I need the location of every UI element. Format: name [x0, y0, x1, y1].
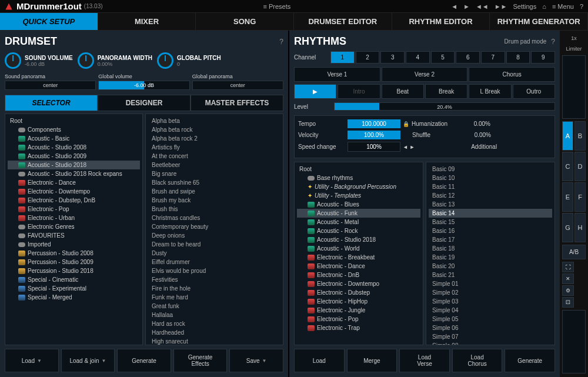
channel-5[interactable]: 5	[431, 51, 455, 64]
preset-slot-d[interactable]: D	[574, 152, 586, 181]
rhythm-item[interactable]: Simple 01	[429, 279, 552, 288]
preset-slot-c[interactable]: C	[562, 152, 573, 181]
preset-item[interactable]: Hard as rock	[148, 319, 280, 328]
additional-button[interactable]: Additional	[417, 144, 551, 150]
main-tab-song[interactable]: SONG	[196, 13, 294, 30]
preset-item[interactable]: Hardheaded	[148, 328, 280, 337]
nav-back-icon[interactable]: ◄	[451, 3, 457, 10]
rhythm-item[interactable]: Basic 12	[429, 191, 552, 200]
preset-slot-f[interactable]: F	[574, 182, 586, 212]
rhythm-item[interactable]: Basic 20	[429, 262, 552, 271]
tempo-lock-icon[interactable]: 🔒	[403, 121, 409, 127]
rhythm-load-button[interactable]: Load	[294, 349, 345, 372]
shuffle-value[interactable]: 0.00%	[462, 132, 491, 138]
section-break[interactable]: Break	[425, 84, 467, 99]
side-expand-icon[interactable]: ⛶	[562, 262, 574, 272]
velocity-value[interactable]: 100.0%	[348, 131, 400, 139]
main-tab-drumset-editor[interactable]: DRUMSET EDITOR	[294, 13, 392, 30]
nav-next-icon[interactable]: ►►	[495, 3, 507, 10]
preset-slot-h[interactable]: H	[574, 213, 586, 242]
preset-item[interactable]: Brush and swipe	[148, 187, 280, 196]
preset-item[interactable]: Alpha beta	[148, 116, 280, 125]
preset-item[interactable]: Elvis would be proud	[148, 266, 280, 275]
channel-7[interactable]: 7	[481, 51, 505, 64]
presets-menu[interactable]: ≡ Presets	[103, 3, 452, 10]
rhythm-item[interactable]: Basic 09	[429, 165, 552, 174]
tree-item[interactable]: Electronic - HipHop	[297, 297, 420, 306]
preset-item[interactable]: Big snare	[148, 169, 280, 178]
tempo-value[interactable]: 100.0000	[348, 119, 400, 128]
channel-6[interactable]: 6	[456, 51, 480, 64]
home-icon[interactable]: ⌂	[542, 3, 546, 10]
preset-item[interactable]: Festivities	[148, 275, 280, 284]
channel-2[interactable]: 2	[356, 51, 380, 64]
preset-slot-e[interactable]: E	[562, 182, 573, 212]
rhythm-list[interactable]: Basic 09Basic 10Basic 11Basic 12Basic 13…	[426, 162, 555, 345]
tree-item[interactable]: Acoustic - Studio 2009	[8, 152, 140, 161]
subtab-master-effects[interactable]: MASTER EFFECTS	[191, 95, 283, 111]
tree-item[interactable]: Acoustic - Metal	[297, 218, 420, 226]
tree-item[interactable]: Electronic - DnB	[297, 271, 420, 279]
rhythm-item[interactable]: Basic 13	[429, 200, 552, 209]
preset-item[interactable]: Deep onions	[148, 231, 280, 240]
rhythms-help-icon[interactable]: ?	[551, 38, 555, 46]
load-verse-button[interactable]: Load Verse	[399, 349, 450, 372]
tree-item[interactable]: Electronic - Downtempo	[297, 279, 420, 288]
channel-9[interactable]: 9	[531, 51, 555, 64]
preset-item[interactable]: Brush this	[148, 205, 280, 213]
tree-item[interactable]: Imported	[8, 240, 140, 249]
drum-pad-mode[interactable]: Drum pad mode	[505, 38, 547, 45]
preset-item[interactable]: High snarecut	[148, 337, 280, 345]
section-intro[interactable]: Intro	[338, 84, 380, 99]
preset-item[interactable]: Black sunshine 65	[148, 178, 280, 187]
rhythm-generate-button[interactable]: Generate	[505, 349, 555, 372]
preset-item[interactable]: Funk me hard	[148, 293, 280, 302]
preset-item[interactable]: Great funk	[148, 302, 280, 311]
section-l-break[interactable]: L Break	[469, 84, 511, 99]
tree-item[interactable]: Components	[8, 125, 140, 134]
tree-item[interactable]: Acoustic - Rock	[297, 226, 420, 235]
load-join-button[interactable]: Load & join ▼	[61, 349, 115, 372]
rhythm-item[interactable]: Simple 02	[429, 288, 552, 297]
verse-verse-1[interactable]: Verse 1	[294, 67, 380, 82]
preset-item[interactable]: Artistics fly	[148, 143, 280, 152]
preset-slot-a[interactable]: A	[562, 121, 573, 151]
rhythm-tree[interactable]: RootBase rhythms✦Utility - Background Pe…	[294, 162, 423, 345]
rhythm-item[interactable]: Basic 21	[429, 271, 552, 279]
tree-item[interactable]: Electronic - Pop	[297, 315, 420, 323]
generate-button[interactable]: Generate	[117, 349, 171, 372]
tree-item[interactable]: Electronic - Trap	[297, 323, 420, 332]
channel-8[interactable]: 8	[506, 51, 530, 64]
preset-item[interactable]: Beetlebeer	[148, 161, 280, 169]
side-settings-icon[interactable]: ⚙	[562, 285, 574, 296]
main-tab-quick-setup[interactable]: QUICK SETUP	[0, 13, 98, 30]
tree-item[interactable]: Electronic - Dubstep	[297, 288, 420, 297]
rhythm-item[interactable]: Simple 03	[429, 297, 552, 306]
side-1x[interactable]: 1x	[561, 33, 587, 44]
tree-item[interactable]: Electronic - Urban	[8, 213, 140, 222]
tree-item[interactable]: Acoustic - Blues	[297, 200, 420, 209]
preset-item[interactable]: Alpha beta rock 2	[148, 134, 280, 143]
tree-item[interactable]: Electronic - Dubstep, DnB	[8, 196, 140, 205]
main-tab-rhythm-generator[interactable]: RHYTHM GENERATOR	[490, 13, 588, 30]
drumset-tree[interactable]: RootComponentsAcoustic - BasicAcoustic -…	[5, 114, 143, 345]
channel-3[interactable]: 3	[380, 51, 405, 64]
settings-link[interactable]: Settings	[513, 3, 536, 10]
pano-sound-panorama[interactable]: center	[5, 81, 96, 90]
tree-item[interactable]: FAVOURITES	[8, 231, 140, 240]
tree-item[interactable]: ✦Utility - Background Percussion	[297, 182, 420, 191]
main-tab-mixer[interactable]: MIXER	[98, 13, 196, 30]
rhythm-item[interactable]: Basic 10	[429, 174, 552, 182]
side-random-icon[interactable]: ⚀	[562, 297, 574, 308]
rhythm-item[interactable]: Basic 15	[429, 218, 552, 226]
knob-sound-volume[interactable]	[5, 52, 21, 69]
rhythm-item[interactable]: Simple 06	[429, 323, 552, 332]
tree-item[interactable]: Acoustic - Studio 2008	[8, 143, 140, 152]
rhythm-item[interactable]: Simple 08	[429, 341, 552, 345]
tree-item[interactable]: Electronic - Pop	[8, 205, 140, 213]
section-outro[interactable]: Outro	[513, 84, 555, 99]
tree-item[interactable]: Acoustic - Basic	[8, 134, 140, 143]
rhythm-merge-button[interactable]: Merge	[347, 349, 397, 372]
preset-slot-b[interactable]: B	[574, 121, 586, 151]
level-slider[interactable]: 20.4%	[334, 102, 555, 111]
